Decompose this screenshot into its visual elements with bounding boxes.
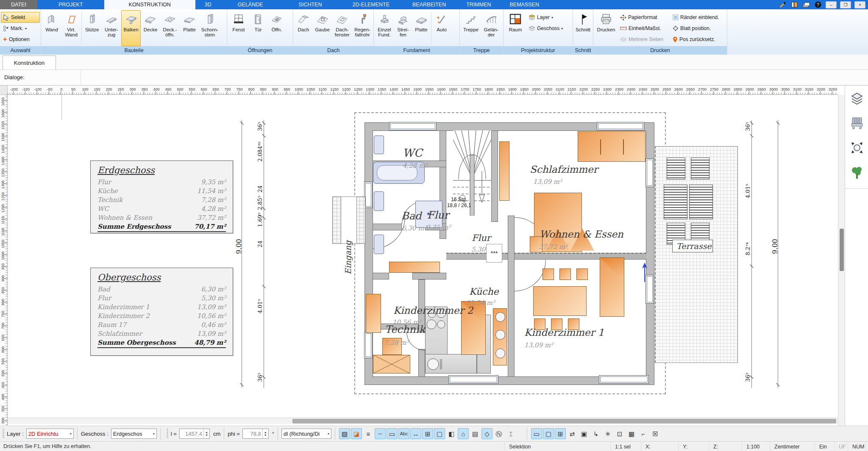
optionen-button[interactable]: + Optionen	[1, 34, 40, 45]
plattenfundament-button[interactable]: Platte	[412, 10, 431, 46]
h-scroll-thumb[interactable]	[292, 419, 836, 423]
papierformat-button[interactable]: Papierformat	[618, 12, 670, 23]
vertical-scrollbar[interactable]	[838, 95, 845, 426]
layer-color-tool[interactable]: ◧	[446, 428, 457, 439]
deckoeffn-button[interactable]: Deck.- öffn.	[160, 10, 180, 46]
pos-zuruecksetzen-button[interactable]: Pos zurücksetz.	[670, 34, 725, 45]
catalog-icon[interactable]	[790, 1, 798, 8]
tab-projekt[interactable]: PROJEKT	[37, 0, 104, 9]
hatch-pattern-tool[interactable]: ▤	[470, 428, 481, 439]
unterzug-button[interactable]: Unter- zug	[102, 10, 121, 46]
raum-button[interactable]: Raum	[504, 10, 526, 46]
roof-outline-tool[interactable]: ⌂	[458, 428, 469, 439]
north-arrow-tool[interactable]: Ⓝ	[493, 428, 504, 439]
polyline-tool[interactable]: ↳	[590, 428, 601, 439]
tab-gelaende[interactable]: GELÄNDE	[221, 0, 280, 9]
platte-button[interactable]: Platte	[180, 10, 199, 46]
tuer-button[interactable]: Tür	[249, 10, 267, 46]
close-button[interactable]: ×	[854, 1, 865, 8]
h-ruler-tick: 650	[212, 87, 219, 91]
length-input[interactable]: 1457,4▲▼	[179, 429, 210, 439]
selection-frame-tool[interactable]: ⊞	[422, 428, 433, 439]
drawing-canvas[interactable]: Erdgeschoss Flur9,35 m² Küche11,54 m² Te…	[8, 95, 838, 426]
dachfenster-button[interactable]: Dach- fenster	[332, 10, 353, 46]
window-grid-tool[interactable]: ⊞	[555, 428, 566, 439]
deselect-tool[interactable]: ☒	[650, 428, 661, 439]
toolbar-grip[interactable]	[167, 429, 168, 439]
raender-einblenden-button[interactable]: Ränder einblend.	[670, 12, 725, 23]
schornstein-button[interactable]: Schorn- stein	[199, 10, 220, 46]
tab-3d[interactable]: 3D	[195, 0, 221, 9]
spinner[interactable]: ▲▼	[262, 429, 268, 438]
geschoss-dropdown[interactable]: Erdgeschos▾	[111, 429, 157, 439]
help-icon[interactable]: ?	[814, 1, 822, 8]
view-tab-konstruktion[interactable]: Konstruktion	[3, 55, 56, 69]
regenfallrohr-button[interactable]: Regen- fallrohr	[352, 10, 373, 46]
decke-button[interactable]: Decke	[141, 10, 160, 46]
tab-datei[interactable]: DATEI	[0, 0, 37, 9]
layers-icon[interactable]	[849, 91, 865, 107]
v-scroll-thumb[interactable]	[840, 229, 844, 271]
text-tool[interactable]: Abc	[398, 428, 409, 439]
tab-sichten[interactable]: SICHTEN	[280, 0, 341, 9]
spinner[interactable]: ▲▼	[203, 429, 209, 438]
fenster-button[interactable]: Fenst	[228, 10, 249, 46]
roof-fill-tool[interactable]: ◪	[351, 428, 362, 439]
balken-button[interactable]: Balken	[121, 10, 141, 46]
tab-bemassen[interactable]: BEMASSEN	[501, 0, 548, 9]
gaube-button[interactable]: Gaube	[313, 10, 332, 46]
einzelfundament-button[interactable]: Einzel Fund.	[375, 10, 394, 46]
selekt-button[interactable]: Selekt	[1, 12, 40, 23]
timber-beam-icon	[124, 12, 138, 27]
tab-2d-elemente[interactable]: 2D-ELEMENTE	[340, 0, 401, 9]
slab-tool[interactable]: ◇	[481, 428, 492, 439]
restore-button[interactable]: ❐	[840, 1, 851, 8]
transform-tool[interactable]: ⇄	[567, 428, 578, 439]
image-tool[interactable]: ▣	[579, 428, 590, 439]
print-preview-icon[interactable]	[802, 1, 810, 8]
tools-icon[interactable]	[778, 1, 787, 8]
oeffnung-button[interactable]: Öffn.	[267, 10, 287, 46]
dimension-tool[interactable]: ↔	[410, 428, 421, 439]
treppe-button[interactable]: Treppe	[461, 10, 481, 46]
snap-point-tool[interactable]: ✳	[602, 428, 613, 439]
layer-dropdown[interactable]: Layer▾	[526, 12, 565, 23]
layer-dropdown[interactable]: 2D Einrichtu▾	[26, 429, 74, 439]
mark-button[interactable]: Mark.▾	[1, 23, 40, 34]
line-style-tool[interactable]: ┄	[375, 428, 386, 439]
ruler-corner	[0, 86, 8, 95]
auto-fundament-button[interactable]: Auto	[432, 10, 451, 46]
pan-icon[interactable]	[849, 140, 865, 156]
ortho-snap-tool[interactable]: ⌐	[638, 428, 649, 439]
dashed-frame-tool[interactable]: ▢	[434, 428, 445, 439]
toolbar-grip[interactable]	[3, 429, 4, 439]
tab-konstruktion[interactable]: KONSTRUKTION	[104, 0, 195, 9]
schnitt-button[interactable]: Schnitt	[574, 10, 592, 46]
stuetze-button[interactable]: Stütze	[82, 10, 102, 46]
frame-tool[interactable]: ▢	[543, 428, 554, 439]
drucken-button[interactable]: Drucken	[594, 10, 618, 46]
horizontal-scrollbar[interactable]	[8, 418, 838, 424]
streifenfundament-button[interactable]: Strei- fen	[394, 10, 412, 46]
minimize-button[interactable]: –	[826, 1, 837, 8]
room-stamp-tool[interactable]: ▭	[387, 428, 398, 439]
phi-input[interactable]: 78,8▲▼	[242, 429, 269, 439]
virt-wand-button[interactable]: Virt. Wand	[61, 10, 81, 46]
direction-dropdown[interactable]: dl (Richtung/Di▾	[281, 429, 331, 439]
blatt-position-button[interactable]: Blatt position.	[670, 23, 725, 34]
tab-bearbeiten[interactable]: BEARBEITEN	[401, 0, 457, 9]
line-weight-tool[interactable]: ≡	[363, 428, 374, 439]
geschoss-dropdown[interactable]: Geschoss▾	[526, 23, 565, 34]
grid-tool[interactable]: ▦	[626, 428, 637, 439]
furniture-catalog-icon[interactable]	[849, 115, 865, 131]
hatch-fill-tool[interactable]: ▨	[339, 428, 350, 439]
gelaender-button[interactable]: Gelän- der	[481, 10, 501, 46]
ruler-tool[interactable]: ▭	[531, 428, 542, 439]
dach-button[interactable]: Dach	[294, 10, 313, 46]
column-marker-tool[interactable]: ⌶	[505, 428, 516, 439]
vegetation-icon[interactable]	[849, 164, 865, 180]
grid-origin-tool[interactable]: ⊡	[614, 428, 625, 439]
einheit-massstab-button[interactable]: Einheit/Maßst.	[618, 23, 670, 34]
tab-trimmen[interactable]: TRIMMEN	[457, 0, 500, 9]
wand-button[interactable]: Wand	[42, 10, 61, 46]
